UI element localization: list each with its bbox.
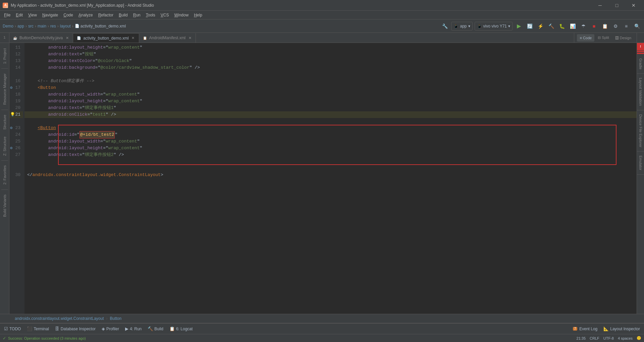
run-button[interactable]: ▶ [515, 22, 523, 31]
sync-btn[interactable]: ⚡ [536, 22, 545, 31]
right-tab-gradle[interactable]: Gradle [637, 54, 644, 74]
menu-code[interactable]: Code [61, 12, 76, 18]
line-20: 20 [9, 105, 23, 111]
breadcrumb-src[interactable]: src [28, 24, 34, 28]
right-panel: ! Gradle Layout Validation Device File E… [637, 43, 644, 314]
menu-vcs[interactable]: VCS [158, 12, 172, 18]
tab-xml-close[interactable]: ✕ [131, 36, 136, 41]
layout-inspector-btn[interactable]: 📐 Layout Inspector [601, 325, 643, 333]
profiler-btn[interactable]: ◈ Profiler [99, 325, 122, 333]
status-bc-constraint[interactable]: androidx.constraintlayout.widget.Constra… [15, 316, 104, 321]
line-numbers: 11 12 13 14 16 ⚙ 17 18 19 20 💡 21 ⚙ 23 2… [9, 43, 24, 314]
sidebar-project[interactable]: 1: Project [1, 46, 8, 66]
line-23: ⚙ 23 [9, 125, 23, 131]
menu-bar: File Edit View Navigate Code Analyze Ref… [0, 11, 644, 19]
selected-block: <Button android:id="@+id/bt_test2" andro… [24, 125, 637, 158]
right-tab-device-file[interactable]: Device File Explorer [637, 110, 644, 152]
menu-tools[interactable]: Tools [143, 12, 158, 18]
global-search-btn[interactable]: 🔍 [633, 22, 641, 31]
right-tab-layout-validation[interactable]: Layout Validation [637, 74, 644, 110]
logcat-label: 6: Logcat [176, 327, 193, 331]
line-13: 13 [9, 58, 23, 64]
status-bc-button[interactable]: Button [110, 316, 122, 321]
breadcrumb-res[interactable]: res [50, 24, 56, 28]
avd-btn[interactable]: 📋 [600, 22, 609, 31]
title-bar: A My Application - activity_button_demo.… [0, 0, 644, 11]
database-inspector-label: Database Inspector [61, 327, 96, 331]
breadcrumb-layout[interactable]: layout [60, 24, 71, 28]
code-line-17: <Button [24, 84, 637, 91]
breadcrumb-main[interactable]: main [38, 24, 46, 28]
terminal-btn[interactable]: ⬛ Terminal [24, 325, 51, 333]
breadcrumb-app[interactable]: app [17, 24, 24, 28]
build-panel-label: Build [154, 327, 163, 331]
line-12: 12 [9, 51, 23, 58]
menu-view[interactable]: View [25, 12, 40, 18]
xml-file-icon: 📄 [76, 36, 81, 41]
todo-btn[interactable]: ☑ TODO [1, 325, 23, 333]
code-view-btn[interactable]: ≡ Code [577, 34, 594, 42]
tab-manifest[interactable]: 📋 AndroidManifest.xml ✕ [139, 33, 196, 43]
error-stripe-1 [637, 51, 644, 52]
logcat-btn[interactable]: 📋 6: Logcat [167, 325, 195, 333]
split-view-btn[interactable]: ⊟ Split [595, 34, 611, 42]
menu-edit[interactable]: Edit [13, 12, 25, 18]
tab-java-close[interactable]: ✕ [65, 36, 69, 40]
refresh-btn[interactable]: 🔄 [525, 22, 534, 31]
status-indent: 4 spaces [618, 336, 633, 340]
menu-window[interactable]: Window [171, 12, 191, 18]
sidebar-build-variants[interactable]: Build Variants [1, 192, 8, 220]
toolbar-search-btn[interactable]: 🔧 [440, 22, 449, 31]
tab-manifest-close[interactable]: ✕ [187, 36, 192, 40]
title-left: A My Application - activity_button_demo.… [3, 3, 154, 8]
menu-help[interactable]: Help [191, 12, 205, 18]
code-line-28 [24, 158, 637, 165]
coverage-btn[interactable]: ☂ [579, 22, 588, 31]
menu-analyze[interactable]: Analyze [76, 12, 96, 18]
breadcrumb-file: 📄 activity_button_demo.xml [75, 24, 126, 28]
debug-btn[interactable]: 🐛 [557, 22, 566, 31]
event-log-btn[interactable]: 7 Event Log [570, 325, 600, 333]
maximize-button[interactable]: □ [609, 1, 625, 10]
menu-refactor[interactable]: Refactor [96, 12, 116, 18]
menu-file[interactable]: File [1, 12, 13, 18]
more-btn[interactable]: ≡ [622, 22, 631, 31]
sidebar-resource-manager[interactable]: Resource Manager [1, 71, 8, 108]
database-icon: 🗄 [55, 326, 59, 331]
sidebar-structure[interactable]: Structure [1, 112, 8, 132]
breadcrumb-demo[interactable]: Demo [3, 24, 13, 28]
code-line-27: android:text="绑定事件按钮2" /> [24, 152, 637, 158]
right-tab-emulator[interactable]: Emulator [637, 152, 644, 175]
profile-btn[interactable]: 📊 [568, 22, 577, 31]
line-21: 💡 21 [9, 111, 23, 118]
database-inspector-btn[interactable]: 🗄 Database Inspector [52, 325, 98, 333]
todo-icon: ☑ [4, 326, 8, 331]
device-dropdown[interactable]: 📱vivo vivo Y71▾ [475, 22, 513, 31]
menu-run[interactable]: Run [130, 12, 143, 18]
code-editor[interactable]: android:layout_height="wrap_content" and… [24, 43, 637, 314]
code-area: 11 12 13 14 16 ⚙ 17 18 19 20 💡 21 ⚙ 23 2… [9, 43, 637, 314]
design-view-btn[interactable]: 🖼 Design [612, 34, 634, 42]
status-breadcrumb: androidx.constraintlayout.widget.Constra… [0, 314, 644, 323]
run-panel-icon: ▶ [125, 326, 128, 331]
stop-btn[interactable]: ■ [590, 22, 598, 31]
close-button[interactable]: ✕ [626, 1, 641, 10]
sidebar-favorites[interactable]: 2: Favorites [1, 163, 8, 187]
build-btn[interactable]: 🔨 [547, 22, 555, 31]
tab-java[interactable]: ☕ ButtonDemoActivity.java ✕ [9, 33, 73, 43]
sdk-btn[interactable]: ⚙ [611, 22, 620, 31]
tab-xml[interactable]: 📄 activity_button_demo.xml ✕ [73, 33, 139, 43]
menu-navigate[interactable]: Navigate [40, 12, 61, 18]
run-panel-btn[interactable]: ▶ 4: Run [122, 325, 144, 333]
line-14: 14 [9, 64, 23, 71]
terminal-label: Terminal [34, 327, 49, 331]
minimize-button[interactable]: ─ [592, 1, 608, 10]
menu-build[interactable]: Build [116, 12, 130, 18]
sidebar-z-structure[interactable]: Z: Structure [1, 134, 8, 158]
app-dropdown[interactable]: 📱app▾ [451, 22, 472, 31]
build-panel-btn[interactable]: 🔨 Build [145, 325, 166, 333]
code-line-11: android:layout_height="wrap_content" [24, 44, 637, 51]
code-line-16: <!-- Button绑定事件 --> [24, 78, 637, 84]
main-content: 1: Project Resource Manager Structure Z:… [0, 43, 644, 314]
code-line-26: android:layout_height="wrap_content" [24, 145, 637, 152]
